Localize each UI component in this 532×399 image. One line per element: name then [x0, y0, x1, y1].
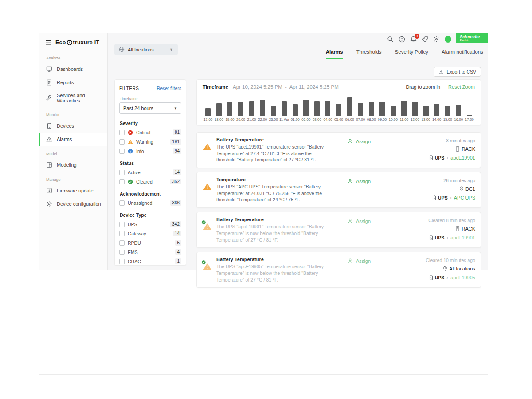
location-selector[interactable]: All locations ▼: [114, 44, 178, 55]
rack-icon: [455, 226, 460, 231]
alarm-description: The UPS "APC UPS" Temperature sensor "Ba…: [216, 184, 331, 203]
filter-option-crac: CRAC 1: [119, 258, 181, 264]
alarm-card[interactable]: Battery Temperature The UPS "apcE19901" …: [196, 132, 481, 168]
device-link[interactable]: apcE19905: [450, 275, 475, 280]
device-link[interactable]: APC UPS: [454, 195, 475, 200]
chart-bar: [205, 108, 211, 116]
crac-checkbox[interactable]: [119, 259, 125, 264]
ups-device-icon: [429, 235, 433, 240]
sidebar-item-services-warranties[interactable]: Services and Warranties: [39, 89, 107, 107]
assign-user-icon: [348, 258, 353, 264]
chart-bar: [314, 101, 320, 116]
tab-alarms[interactable]: Alarms: [326, 49, 343, 59]
tab-thresholds[interactable]: Thresholds: [356, 49, 382, 59]
search-icon[interactable]: [387, 36, 394, 43]
user-avatar[interactable]: [445, 36, 451, 43]
cleared-count: 352: [170, 179, 181, 184]
ems-count: 4: [175, 249, 181, 255]
filter-option-warning: Warning 191: [119, 139, 181, 145]
x-axis-label: 13:00: [420, 117, 431, 121]
devices-icon: [46, 123, 52, 129]
chevron-right-icon: ›: [450, 195, 452, 201]
sidebar-item-label: Dashboards: [57, 66, 83, 72]
x-axis-label: 17:00: [203, 117, 214, 121]
alarm-location[interactable]: RACK: [455, 146, 475, 152]
device-type: UPS: [435, 275, 445, 280]
x-axis-label: 23:00: [268, 117, 279, 121]
schneider-electric-logo[interactable]: Schneider Electric: [456, 33, 488, 43]
sidebar-item-label: Device configuration: [57, 201, 101, 207]
sidebar-item-dashboards[interactable]: Dashboards: [39, 63, 107, 76]
filter-option-critical: Critical 81: [119, 129, 181, 135]
x-axis-label: 15:00: [442, 117, 453, 121]
sidebar-item-reports[interactable]: Reports: [39, 76, 107, 89]
tab-severity-policy[interactable]: Severity Policy: [395, 49, 428, 59]
chart-bar: [227, 102, 232, 116]
alarm-title: Battery Temperature: [216, 137, 331, 142]
unassigned-checkbox[interactable]: [119, 200, 125, 206]
hamburger-menu-icon[interactable]: [45, 40, 52, 46]
unassigned-count: 366: [170, 200, 181, 206]
assign-link[interactable]: Assign: [348, 258, 371, 264]
filter-option-info: Info 94: [119, 148, 181, 154]
reset-filters-link[interactable]: Reset filters: [157, 86, 181, 91]
alarm-card[interactable]: Temperature The UPS "APC UPS" Temperatur…: [196, 172, 481, 208]
alarm-description: The UPS "apcE19901" Temperature sensor "…: [216, 144, 331, 163]
ups-device-icon: [429, 155, 433, 160]
x-axis-label: 11:00: [399, 117, 410, 121]
sidebar-item-devices[interactable]: Devices: [39, 119, 107, 133]
sidebar-item-modeling[interactable]: Modeling: [39, 158, 107, 172]
alarm-device: UPS › APC UPS: [432, 195, 475, 201]
assign-link[interactable]: Assign: [348, 178, 371, 184]
app-window: Ecotruxure IT Analyze Dashboards Reports…: [39, 33, 488, 375]
gateway-checkbox[interactable]: [119, 231, 125, 236]
device-link[interactable]: apcE19901: [450, 235, 475, 240]
alarm-location[interactable]: DC1: [459, 186, 475, 192]
ups-checkbox[interactable]: [119, 222, 125, 227]
cleared-checkbox[interactable]: [119, 179, 125, 184]
tab-alarm-notifications[interactable]: Alarm notifications: [442, 49, 483, 59]
chevron-right-icon: ›: [446, 274, 448, 281]
assign-link[interactable]: Assign: [348, 138, 371, 144]
chart-bar: [369, 102, 374, 116]
sidebar-section-analyze: Analyze: [39, 50, 107, 63]
sidebar-item-firmware-update[interactable]: Firmware update: [39, 184, 107, 197]
x-axis-label: 06:00: [344, 117, 355, 121]
chevron-right-icon: ›: [446, 235, 448, 241]
sidebar-item-device-configuration[interactable]: Device configuration: [39, 197, 107, 211]
timeframe-select[interactable]: Past 24 hours ▼: [119, 102, 181, 114]
x-axis-label: 18:00: [214, 117, 225, 121]
device-link[interactable]: apcE19901: [450, 155, 475, 160]
location-pin-icon: [443, 266, 447, 271]
reset-zoom-link[interactable]: Reset Zoom: [448, 84, 475, 90]
info-checkbox[interactable]: [119, 149, 125, 154]
sidebar-item-alarms[interactable]: Alarms: [39, 133, 107, 146]
sidebar-section-model: Model: [39, 146, 107, 158]
export-to-csv-button[interactable]: Export to CSV: [434, 67, 481, 77]
alarms-column: Timeframe Apr 10, 2024 5:25 PM - Apr 11,…: [196, 79, 481, 292]
alarm-location[interactable]: All locations: [443, 266, 475, 271]
feedback-tag-icon[interactable]: [422, 36, 428, 43]
alarm-location[interactable]: RACK: [455, 226, 475, 231]
chart-bar: [379, 102, 385, 116]
assign-link[interactable]: Assign: [348, 218, 371, 224]
critical-icon: [128, 130, 133, 135]
download-icon: [438, 69, 444, 74]
filter-option-cleared: Cleared 352: [119, 179, 181, 184]
active-checkbox[interactable]: [119, 170, 125, 175]
rpdu-checkbox[interactable]: [119, 240, 125, 246]
filter-group-device-type: Device Type: [120, 212, 181, 218]
settings-gear-icon[interactable]: [433, 36, 440, 43]
alarm-card[interactable]: Battery Temperature The UPS "apcE19901" …: [196, 212, 481, 248]
ems-checkbox[interactable]: [119, 250, 125, 255]
bar-chart[interactable]: [203, 96, 475, 116]
chart-bar: [412, 102, 418, 116]
alarms-icon: [46, 136, 52, 142]
alarm-card[interactable]: Battery Temperature The UPS "apcE19905" …: [196, 252, 481, 288]
notifications-bell-icon[interactable]: 3: [410, 36, 417, 43]
critical-checkbox[interactable]: [119, 130, 125, 135]
help-icon[interactable]: [399, 36, 405, 43]
warning-checkbox[interactable]: [119, 139, 125, 145]
filters-panel: FILTERS Reset filters Timeframe Past 24 …: [114, 79, 186, 266]
tab-bar: Alarms Thresholds Severity Policy Alarm …: [326, 44, 483, 59]
